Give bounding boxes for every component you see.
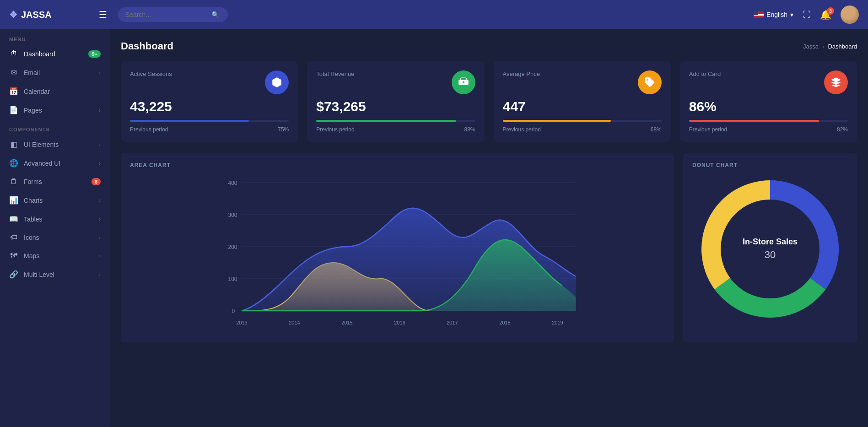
notification-button[interactable]: 🔔 3 xyxy=(820,9,831,20)
sidebar-item-forms[interactable]: 🗒 Forms 8 xyxy=(0,173,110,191)
fullscreen-button[interactable]: ⛶ xyxy=(803,10,811,20)
svg-text:2019: 2019 xyxy=(552,320,563,325)
pages-arrow-icon: › xyxy=(99,107,101,114)
icons-arrow-icon: › xyxy=(99,234,101,241)
stat-card-header: Active Sessions xyxy=(130,70,289,94)
area-chart-svg: 400 300 200 100 0 xyxy=(130,176,665,331)
page-title: Dashboard xyxy=(121,40,173,52)
total-revenue-bar-fill xyxy=(316,120,456,122)
sidebar-label-pages: Pages xyxy=(24,107,93,114)
sidebar-label-dashboard: Dashboard xyxy=(24,50,83,58)
stat-card-total-revenue: Total Revenue $73,265 Previous period 88… xyxy=(307,61,484,142)
sidebar-label-ui-elements: UI Elements xyxy=(24,141,93,148)
breadcrumb-root: Jassa xyxy=(803,43,819,50)
language-selector[interactable]: English ▾ xyxy=(754,11,793,18)
add-to-card-footer: Previous period 82% xyxy=(689,126,848,133)
pages-icon: 📄 xyxy=(9,106,18,114)
page-header: Dashboard Jassa › Dashboard xyxy=(121,40,857,52)
sidebar-item-calendar[interactable]: 📅 Calendar xyxy=(0,82,110,101)
sidebar-item-multi-level[interactable]: 🔗 Multi Level › xyxy=(0,265,110,284)
svg-text:2016: 2016 xyxy=(394,320,405,325)
active-sessions-footer-label: Previous period xyxy=(130,126,168,133)
breadcrumb-current: Dashboard xyxy=(828,43,857,50)
average-price-bar xyxy=(503,120,662,122)
sidebar-item-tables[interactable]: 📖 Tables › xyxy=(0,210,110,228)
area-chart-card: AREA CHART 400 300 200 100 0 xyxy=(121,153,674,342)
flag-icon xyxy=(754,11,764,18)
total-revenue-bar xyxy=(316,120,475,122)
sidebar: MENU ⏱ Dashboard 9+ ✉ Email › 📅 Calendar… xyxy=(0,29,110,427)
user-avatar[interactable] xyxy=(841,5,859,24)
svg-text:300: 300 xyxy=(228,212,237,218)
ui-elements-arrow-icon: › xyxy=(99,141,101,148)
language-chevron-icon: ▾ xyxy=(790,11,793,18)
stat-card-header: Total Revenue xyxy=(316,70,475,94)
notification-badge: 3 xyxy=(827,7,834,15)
svg-text:2013: 2013 xyxy=(236,320,247,325)
sidebar-item-charts[interactable]: 📊 Charts › xyxy=(0,191,110,210)
dashboard-badge: 9+ xyxy=(88,50,101,58)
multi-level-arrow-icon: › xyxy=(99,271,101,278)
sidebar-item-pages[interactable]: 📄 Pages › xyxy=(0,101,110,119)
svg-point-0 xyxy=(462,81,464,83)
svg-text:200: 200 xyxy=(228,244,237,250)
icons-icon: 🏷 xyxy=(9,233,18,242)
main-layout: MENU ⏱ Dashboard 9+ ✉ Email › 📅 Calendar… xyxy=(0,29,868,427)
sidebar-item-ui-elements[interactable]: ◧ UI Elements › xyxy=(0,135,110,154)
charts-icon: 📊 xyxy=(9,196,18,205)
maps-icon: 🗺 xyxy=(9,252,18,260)
average-price-value: 447 xyxy=(503,99,662,114)
sidebar-label-multi-level: Multi Level xyxy=(24,271,93,278)
area-chart-title: AREA CHART xyxy=(130,162,665,168)
topnav: ❖ JASSA ☰ 🔍 English ▾ ⛶ 🔔 3 xyxy=(0,0,868,29)
svg-text:2015: 2015 xyxy=(341,320,352,325)
donut-center: In-Store Sales 30 xyxy=(743,237,798,261)
app-name: JASSA xyxy=(21,10,52,20)
search-bar: 🔍 xyxy=(118,7,228,22)
multi-level-icon: 🔗 xyxy=(9,270,18,279)
active-sessions-icon xyxy=(265,70,289,94)
sidebar-label-charts: Charts xyxy=(24,197,93,204)
sidebar-components-label: COMPONENTS xyxy=(0,119,110,135)
svg-point-1 xyxy=(647,79,648,81)
add-to-card-bar-fill xyxy=(689,120,819,122)
forms-icon: 🗒 xyxy=(9,178,18,186)
average-price-footer-label: Previous period xyxy=(503,126,541,133)
stat-card-average-price: Average Price 447 Previous period 68% xyxy=(494,61,671,142)
sidebar-item-maps[interactable]: 🗺 Maps › xyxy=(0,247,110,265)
sidebar-item-icons[interactable]: 🏷 Icons › xyxy=(0,228,110,247)
charts-row: AREA CHART 400 300 200 100 0 xyxy=(121,153,857,342)
average-price-footer-value: 68% xyxy=(651,126,662,133)
donut-center-label: In-Store Sales xyxy=(743,237,798,247)
hamburger-button[interactable]: ☰ xyxy=(99,9,107,20)
sidebar-label-tables: Tables xyxy=(24,216,93,223)
sidebar-item-dashboard[interactable]: ⏱ Dashboard 9+ xyxy=(0,45,110,63)
area-chart-container: 400 300 200 100 0 xyxy=(130,176,665,333)
stat-card-active-sessions: Active Sessions 43,225 Previous period 7… xyxy=(121,61,298,142)
breadcrumb-separator: › xyxy=(822,43,824,50)
app-logo: ❖ JASSA xyxy=(9,9,92,20)
donut-center-value: 30 xyxy=(743,249,798,261)
active-sessions-bar-fill xyxy=(130,120,249,122)
main-content: Dashboard Jassa › Dashboard Active Sessi… xyxy=(110,29,868,427)
active-sessions-title: Active Sessions xyxy=(130,70,172,77)
email-arrow-icon: › xyxy=(99,70,101,76)
stat-cards-grid: Active Sessions 43,225 Previous period 7… xyxy=(121,61,857,142)
ui-elements-icon: ◧ xyxy=(9,140,18,149)
charts-arrow-icon: › xyxy=(99,197,101,204)
search-input[interactable] xyxy=(125,11,208,18)
donut-chart-card: DONUT CHART In-S xyxy=(683,153,857,342)
sidebar-label-forms: Forms xyxy=(24,178,86,185)
logo-symbol: ❖ xyxy=(9,9,17,20)
add-to-card-footer-value: 82% xyxy=(837,126,848,133)
donut-chart-container: In-Store Sales 30 xyxy=(692,176,848,322)
forms-badge: 8 xyxy=(92,178,101,185)
dashboard-icon: ⏱ xyxy=(9,50,18,58)
sidebar-item-advanced-ui[interactable]: 🌐 Advanced UI › xyxy=(0,154,110,173)
average-price-title: Average Price xyxy=(503,70,540,77)
search-icon: 🔍 xyxy=(211,11,219,18)
sidebar-item-email[interactable]: ✉ Email › xyxy=(0,63,110,82)
donut-chart-title: DONUT CHART xyxy=(692,162,848,168)
svg-text:0: 0 xyxy=(232,308,235,314)
add-to-card-title: Add to Card xyxy=(689,70,721,77)
